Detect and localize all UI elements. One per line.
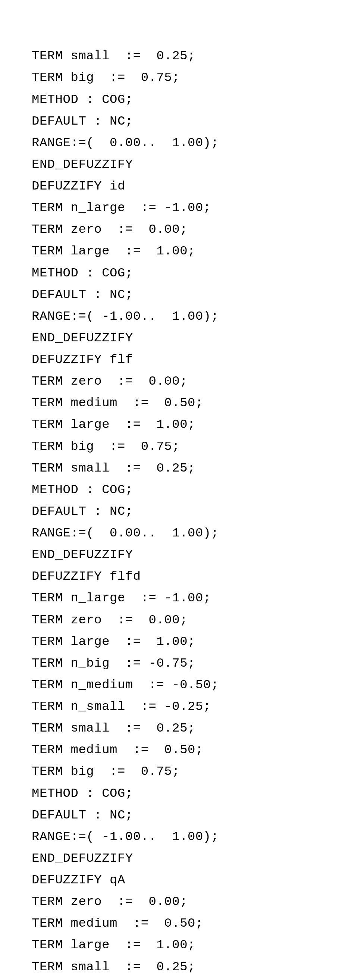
code-page: TERM small := 0.25; TERM big := 0.75; ME… xyxy=(0,0,358,980)
code-block: TERM small := 0.25; TERM big := 0.75; ME… xyxy=(32,45,350,980)
